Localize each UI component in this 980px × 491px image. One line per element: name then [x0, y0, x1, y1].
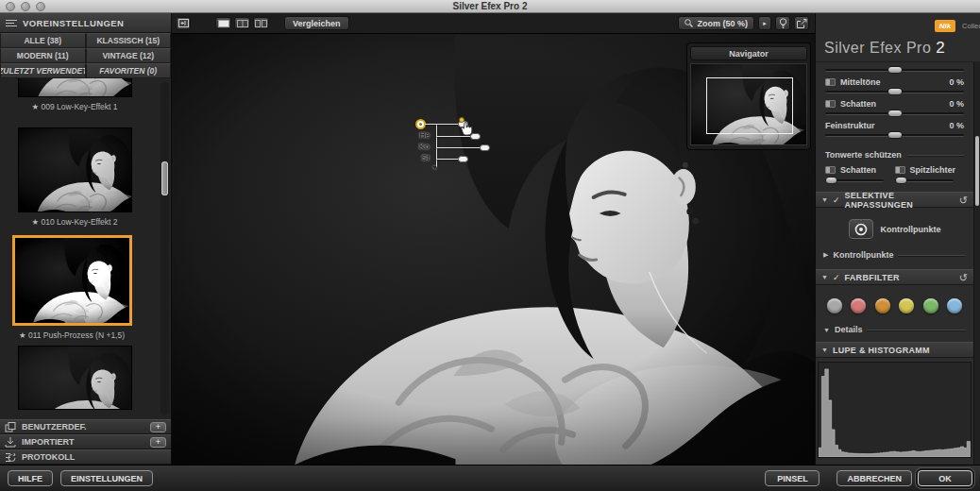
- close-window-button[interactable]: [6, 2, 15, 11]
- settings-button[interactable]: EINSTELLUNGEN: [60, 470, 153, 486]
- zoom-window-button[interactable]: [36, 2, 45, 11]
- slider-value: 0 %: [949, 99, 964, 109]
- slider-handle[interactable]: [825, 177, 837, 184]
- navigator-thumbnail[interactable]: [690, 63, 807, 145]
- chevron-down-icon[interactable]: ▼: [821, 196, 828, 203]
- brush-button[interactable]: PINSEL: [765, 470, 819, 486]
- bottom-bar: HILFE EINSTELLUNGEN PINSEL ABBRECHEN OK: [0, 465, 980, 491]
- color-filter-blue[interactable]: [947, 298, 962, 313]
- tab-modern[interactable]: MODERN (11): [0, 48, 86, 63]
- color-filter-red[interactable]: [851, 298, 866, 313]
- farbfilter-header[interactable]: ▼ ✓ FARBFILTER ↺: [816, 269, 973, 285]
- midtones-checkbox-icon[interactable]: [825, 78, 836, 86]
- structure-slider-handle[interactable]: [458, 156, 468, 162]
- brightness-slider-line: [436, 136, 475, 137]
- tab-alle[interactable]: ALLE (38): [0, 33, 86, 48]
- single-view-button[interactable]: [215, 17, 231, 29]
- color-filter-dots: [816, 298, 973, 313]
- preset-label: ★ 011 Push-Prozess (N +1,5): [10, 330, 133, 340]
- window-controls: [6, 2, 45, 11]
- shadows-checkbox-icon[interactable]: [825, 100, 836, 108]
- protect-shadows-checkbox-icon[interactable]: [825, 166, 836, 174]
- section-benutzerdef[interactable]: BENUTZERDEF. +: [0, 419, 171, 434]
- nik-logo: Nik: [935, 20, 955, 32]
- preset-item[interactable]: ★ 009 Low-Key-Effekt 1: [13, 78, 136, 111]
- midtones-slider[interactable]: [825, 91, 964, 93]
- chevron-down-icon[interactable]: ▼: [823, 327, 830, 333]
- protect-highlights-label: Spitzlichter: [910, 165, 956, 175]
- histogram-plot: [819, 363, 972, 457]
- kontrollpunkte-collapsed-row[interactable]: ▶ Kontrollpunkte: [816, 250, 973, 260]
- color-filter-orange[interactable]: [875, 298, 890, 313]
- side-by-side-view-button[interactable]: [253, 17, 269, 29]
- panel-scrollbar-handle[interactable]: [975, 136, 979, 206]
- minimize-window-button[interactable]: [21, 2, 30, 11]
- slider-handle[interactable]: [887, 66, 903, 74]
- color-filter-neutral[interactable]: [827, 298, 842, 313]
- lupe-histogramm-header[interactable]: ▼ LUPE & HISTOGRAMM: [816, 342, 973, 358]
- hide-presets-panel-button[interactable]: [176, 17, 191, 30]
- histogram[interactable]: [818, 362, 972, 458]
- slider-label: Schatten: [840, 99, 944, 109]
- reset-section-icon[interactable]: ↺: [959, 273, 968, 282]
- section-enabled-check-icon[interactable]: ✓: [833, 195, 840, 205]
- ok-button[interactable]: OK: [918, 470, 972, 486]
- navigator-view-rect[interactable]: [706, 77, 793, 134]
- zoom-level-button[interactable]: Zoom (50 %): [678, 16, 754, 30]
- compare-button[interactable]: Vergleichen: [284, 16, 349, 30]
- slider-handle[interactable]: [887, 110, 903, 117]
- zoom-dropdown-button[interactable]: ▸: [758, 16, 771, 30]
- background-color-button[interactable]: [775, 16, 790, 30]
- magnifier-icon: [684, 19, 693, 27]
- cancel-button[interactable]: ABBRECHEN: [836, 470, 912, 486]
- protect-shadows-slider[interactable]: [825, 179, 884, 182]
- section-protokoll[interactable]: PROTOKOLL: [0, 449, 171, 465]
- color-filter-green[interactable]: [923, 298, 938, 313]
- tab-favoriten[interactable]: FAVORITEN (0): [86, 63, 172, 78]
- main-image[interactable]: He Ko St ▼ Navigator: [172, 34, 815, 465]
- protect-highlights-slider[interactable]: [895, 179, 954, 182]
- preset-item-selected[interactable]: ★ 011 Push-Prozess (N +1,5): [10, 235, 133, 340]
- contrast-slider-handle[interactable]: [480, 144, 490, 151]
- preset-item[interactable]: [13, 346, 136, 410]
- preset-scrollbar[interactable]: [161, 82, 169, 415]
- tab-vintage[interactable]: VINTAGE (12): [86, 48, 172, 63]
- section-enabled-check-icon[interactable]: ✓: [833, 273, 840, 282]
- help-button[interactable]: HILFE: [8, 470, 53, 486]
- preset-item[interactable]: ★ 010 Low-Key-Effekt 2: [13, 127, 136, 227]
- chevron-down-icon[interactable]: ▼: [821, 347, 828, 353]
- add-custom-preset-button[interactable]: +: [150, 422, 166, 432]
- export-button[interactable]: [794, 16, 809, 30]
- control-point-button-label: Kontrollpunkte: [881, 225, 941, 234]
- add-control-point-button[interactable]: [849, 219, 873, 239]
- slider-handle[interactable]: [887, 88, 903, 95]
- selective-adjustments-header[interactable]: ▼ ✓ SELEKTIVE ANPASSUNGEN ↺: [816, 192, 973, 208]
- color-filter-yellow[interactable]: [899, 298, 914, 313]
- preset-label: ★ 009 Low-Key-Effekt 1: [13, 102, 136, 111]
- panel-scrollbar[interactable]: [973, 62, 980, 465]
- section-importiert[interactable]: IMPORTIERT +: [0, 434, 171, 449]
- shadows-slider[interactable]: [825, 112, 964, 115]
- custom-presets-icon: [5, 422, 16, 432]
- brightness-slider-handle[interactable]: [470, 133, 481, 140]
- brightness-slider[interactable]: [825, 69, 964, 72]
- details-collapsed-row[interactable]: ▼ Details: [816, 325, 973, 334]
- expand-caret-icon[interactable]: ▼: [431, 164, 438, 171]
- canvas-toolbar: Vergleichen Zoom (50 %) ▸: [172, 13, 815, 34]
- slider-handle[interactable]: [887, 131, 903, 139]
- add-imported-preset-button[interactable]: +: [150, 437, 166, 448]
- fine-structure-slider[interactable]: [825, 134, 964, 137]
- preset-scrollbar-handle[interactable]: [161, 161, 168, 195]
- presets-header[interactable]: VOREINSTELLUNGEN: [0, 13, 171, 33]
- reset-section-icon[interactable]: ↺: [959, 195, 968, 205]
- tab-klassisch[interactable]: KLASSISCH (15): [86, 33, 172, 48]
- chevron-down-icon[interactable]: ▼: [821, 274, 828, 280]
- protect-highlights-checkbox-icon[interactable]: [895, 166, 905, 174]
- chevron-right-icon[interactable]: ▶: [823, 251, 828, 259]
- view-mode-switcher: [215, 17, 269, 29]
- slider-handle[interactable]: [895, 177, 907, 184]
- lightbulb-icon: [779, 18, 787, 28]
- tab-zuletzt-verwendet[interactable]: ZULETZT VERWENDET: [0, 63, 86, 78]
- section-title: SELEKTIVE ANPASSUNGEN: [844, 191, 954, 210]
- split-view-button[interactable]: [234, 17, 250, 29]
